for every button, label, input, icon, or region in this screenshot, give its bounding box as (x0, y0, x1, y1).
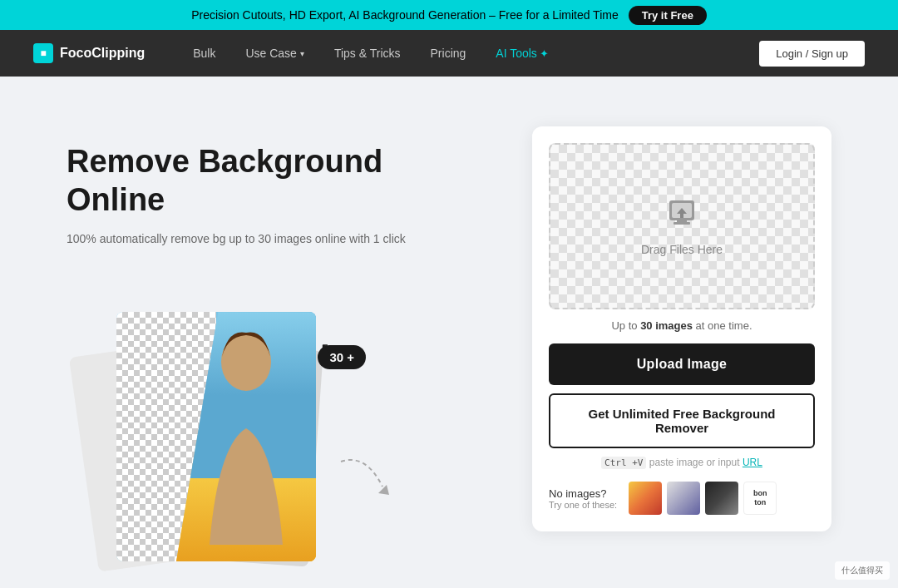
nav-ai-tools[interactable]: AI Tools ✦ (481, 30, 564, 77)
try-one-label: Try one of these: (549, 500, 617, 510)
sample-thumb-3[interactable] (705, 482, 738, 515)
dashed-arrow-svg (333, 445, 399, 511)
logo-text: FocoClipping (60, 46, 145, 61)
hero-left: Remove Background Online 100% automatica… (67, 126, 482, 561)
unlimited-bg-remover-button[interactable]: Get Unlimited Free Background Remover (549, 393, 815, 448)
ctrl-v-hint: Ctrl +V (601, 457, 646, 469)
banner-text: Precision Cutouts, HD Export, AI Backgro… (191, 8, 619, 22)
drop-zone[interactable]: Drag Files Here (549, 143, 815, 309)
cursor-icon: ↖ (320, 338, 334, 358)
sample-thumb-2[interactable] (667, 482, 700, 515)
nav-pricing[interactable]: Pricing (416, 30, 481, 77)
nav-tips[interactable]: Tips & Tricks (319, 30, 416, 77)
login-button[interactable]: Login / Sign up (759, 41, 865, 67)
up-to-text: Up to 30 images at one time. (549, 319, 815, 332)
svg-rect-7 (674, 222, 690, 225)
hero-title: Remove Background Online (67, 143, 482, 219)
samples-row: No images? Try one of these: bonton (549, 482, 815, 515)
drop-text: Drag Files Here (641, 243, 723, 256)
download-icon (665, 196, 698, 236)
nav-bulk[interactable]: Bulk (178, 30, 230, 77)
upload-image-button[interactable]: Upload Image (549, 343, 815, 385)
hero-section: Remove Background Online 100% automatica… (0, 77, 898, 588)
logo[interactable]: ■ FocoClipping (33, 43, 145, 63)
logo-icon: ■ (33, 43, 53, 63)
paste-hint: Ctrl +V paste image or input URL (549, 457, 815, 468)
banner-cta-button[interactable]: Try it Free (629, 6, 707, 25)
sample-thumb-1[interactable] (629, 482, 662, 515)
upload-panel: Drag Files Here Up to 30 images at one t… (532, 126, 831, 531)
sample-thumb-4[interactable]: bonton (743, 482, 777, 515)
stack-card-main (116, 312, 316, 561)
no-images-label: No images? (549, 487, 617, 500)
sample-thumbs: bonton (629, 482, 777, 515)
chevron-down-icon: ▾ (300, 49, 304, 58)
ai-tools-plus-icon: ✦ (540, 47, 549, 60)
hero-subtitle: 100% automatically remove bg up to 30 im… (67, 232, 482, 245)
ai-tools-label: AI Tools (496, 47, 537, 60)
no-images-group: No images? Try one of these: (549, 487, 617, 510)
url-link[interactable]: URL (743, 457, 762, 468)
nav-use-case[interactable]: Use Case ▾ (230, 30, 318, 77)
nav-links: Bulk Use Case ▾ Tips & Tricks Pricing AI… (178, 30, 759, 77)
hero-image-stack: 30 + ↖ (67, 279, 382, 561)
top-banner: Precision Cutouts, HD Export, AI Backgro… (0, 0, 898, 30)
svg-marker-3 (378, 485, 389, 495)
watermark: 什么值得买 (835, 561, 890, 580)
watermark-text: 什么值得买 (841, 565, 883, 576)
navbar: ■ FocoClipping Bulk Use Case ▾ Tips & Tr… (0, 30, 898, 77)
